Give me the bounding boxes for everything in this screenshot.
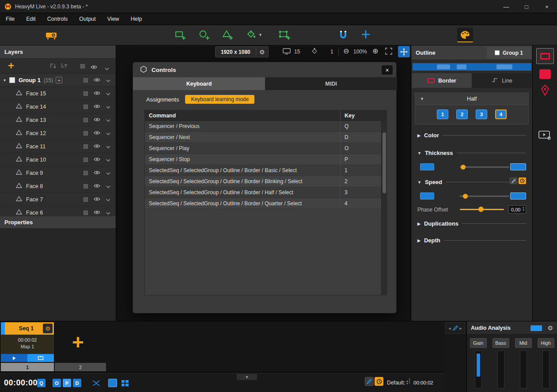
output-preview-button[interactable]: ⚙ (538, 130, 551, 142)
layer-chevron-icon[interactable] (106, 103, 110, 110)
layer-visibility-icon[interactable] (94, 209, 100, 216)
scrollbar-thumb[interactable] (383, 132, 386, 193)
audio-gear-icon[interactable]: ⚙ (547, 324, 553, 332)
spinner-arrows-icon[interactable]: ▲▼ (522, 206, 525, 211)
sort-down-icon[interactable] (49, 63, 57, 70)
layer-chevron-icon[interactable] (106, 209, 110, 216)
hotkey-p-button[interactable]: P (63, 379, 71, 387)
hotkey-d-button[interactable]: D (73, 379, 81, 387)
resolution-button[interactable]: 1920 x 1080 (216, 47, 256, 57)
add-group-tool-icon[interactable] (278, 30, 291, 42)
layer-row[interactable]: Face 6 (0, 206, 116, 216)
effects-button[interactable] (539, 84, 551, 98)
sequence-header[interactable]: Seq 1 ⚙ (1, 322, 54, 335)
menu-edit[interactable]: Edit (20, 13, 42, 25)
speed-min-button[interactable] (420, 192, 434, 200)
add-sequence-button[interactable]: + (72, 330, 84, 354)
solo-toggle[interactable] (80, 64, 85, 68)
add-layer-button[interactable]: + (8, 60, 14, 72)
menu-output[interactable]: Output (73, 13, 102, 25)
speed-automation-pen-icon[interactable] (510, 177, 517, 184)
border-mode-dropdown[interactable]: ▼ Half (415, 93, 528, 105)
timeline-collapse-button[interactable]: ▼ (237, 374, 257, 380)
close-button[interactable]: × (537, 0, 557, 13)
layer-chevron-icon[interactable] (106, 196, 110, 203)
add-triangle-tool-icon[interactable] (222, 30, 234, 42)
layer-solo-toggle[interactable] (83, 144, 88, 149)
layer-solo-toggle[interactable] (83, 158, 88, 162)
prev-pen-icon[interactable]: ◂ (448, 326, 451, 331)
fullscreen-output-icon[interactable] (108, 379, 117, 387)
keymap-row[interactable]: Sequencer / PreviousQ (145, 121, 386, 132)
layer-solo-toggle[interactable] (83, 118, 88, 122)
zoom-out-icon[interactable]: ⊖ (343, 47, 349, 55)
variant-2-button[interactable]: 2 (456, 109, 468, 119)
resolution-gear-icon[interactable]: ⚙ (256, 47, 268, 57)
keymap-row[interactable]: Sequencer / NextD (145, 132, 386, 143)
layer-chevron-icon[interactable] (106, 143, 110, 150)
gain-slider[interactable] (475, 351, 482, 388)
tab-midi[interactable]: MIDI (265, 77, 397, 90)
layer-row[interactable]: Face 12 (0, 127, 116, 140)
sequence-play-button[interactable] (1, 354, 27, 362)
sort-up-icon[interactable] (61, 63, 68, 70)
default-clock-button[interactable] (375, 377, 383, 386)
thickness-slider-knob[interactable] (461, 165, 466, 170)
bass-slider[interactable] (497, 351, 504, 388)
group-chevron-icon[interactable] (106, 77, 110, 83)
keymap-row[interactable]: SelectedSeq / SelectedGroup / Outline / … (145, 187, 386, 198)
collapse-all-icon[interactable] (105, 65, 109, 72)
color-section-header[interactable]: ▶ Color (417, 132, 526, 139)
keymap-row[interactable]: Sequencer / PlayO (145, 143, 386, 154)
layer-solo-toggle[interactable] (83, 91, 88, 96)
mid-slider[interactable] (520, 351, 527, 388)
minimize-button[interactable]: — (496, 0, 516, 13)
thickness-min-button[interactable] (420, 163, 434, 170)
speed-section-header[interactable]: ▼ Speed (417, 179, 526, 185)
add-circle-tool-icon[interactable] (198, 30, 210, 42)
layer-chevron-icon[interactable] (106, 170, 110, 176)
palette-button[interactable] (457, 28, 473, 42)
pan-mode-button[interactable] (398, 46, 410, 57)
variant-4-button[interactable]: 4 (495, 109, 507, 119)
speed-slider[interactable] (460, 196, 509, 197)
layer-solo-toggle[interactable] (83, 197, 88, 202)
layer-row[interactable]: Face 14 (0, 100, 116, 113)
sequence-slot-2[interactable]: 2 (55, 363, 106, 371)
phase-offset-slider[interactable] (460, 209, 504, 210)
keymap-row[interactable]: SelectedSeq / SelectedGroup / Outline / … (145, 198, 386, 209)
outline-effect-button[interactable] (536, 48, 554, 64)
outline-group-chip[interactable]: Group 1 (487, 47, 531, 59)
group-visibility-icon[interactable] (94, 77, 100, 83)
variant-1-button[interactable]: 1 (437, 109, 448, 119)
thickness-slider[interactable] (460, 166, 509, 168)
phase-offset-knob[interactable] (478, 207, 484, 212)
layer-row[interactable]: Face 13 (0, 113, 116, 127)
next-pen-icon[interactable]: ▸ (460, 326, 462, 331)
layer-visibility-icon[interactable] (94, 90, 100, 97)
controls-dialog-header[interactable]: Controls × (133, 62, 396, 77)
layer-visibility-icon[interactable] (94, 196, 100, 203)
zoom-in-icon[interactable]: ⊕ (372, 47, 378, 55)
layer-row[interactable]: Face 11 (0, 140, 116, 153)
layer-chevron-icon[interactable] (106, 117, 110, 123)
keymap-row[interactable]: SelectedSeq / SelectedGroup / Outline / … (145, 176, 386, 187)
magnet-tool-icon[interactable] (338, 30, 348, 42)
spinner-arrows-icon[interactable]: ▲▼ (406, 380, 409, 385)
menu-controls[interactable]: Controls (42, 13, 74, 25)
maximize-button[interactable]: □ (516, 0, 537, 13)
fill-effect-button[interactable] (539, 69, 551, 79)
tab-keyboard[interactable]: Keyboard (133, 77, 265, 90)
layer-chevron-icon[interactable] (106, 130, 110, 136)
sequence-block[interactable]: 00:00:02 Map 1 (1, 335, 54, 354)
hotkey-q-button[interactable]: Q (37, 379, 45, 387)
speed-slider-knob[interactable] (463, 194, 468, 199)
visibility-all-icon[interactable] (91, 64, 97, 71)
keymap-row[interactable]: SelectedSeq / SelectedGroup / Outline / … (145, 165, 386, 176)
audio-toggle[interactable] (530, 325, 542, 331)
tab-line[interactable]: Line (472, 73, 532, 88)
layer-solo-toggle[interactable] (83, 171, 88, 175)
group-row[interactable]: ▾ Group 1 (15) + (0, 74, 116, 87)
layer-visibility-icon[interactable] (94, 103, 100, 110)
effect-timeline-bar[interactable] (413, 63, 531, 71)
